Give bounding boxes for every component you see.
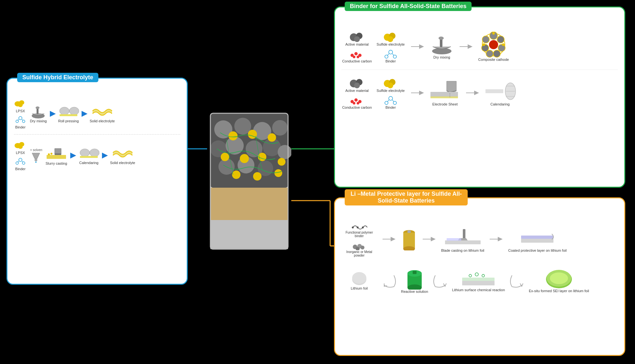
svg-rect-62 [210, 188, 288, 220]
svg-line-13 [18, 119, 19, 120]
calendaring-icon-left [78, 146, 99, 161]
svg-point-122 [357, 226, 359, 228]
svg-point-55 [221, 153, 229, 161]
electrode-sheet-label: Electrode Sheet [432, 102, 458, 106]
panel-divider [14, 134, 180, 135]
svg-point-90 [493, 50, 500, 57]
svg-rect-145 [462, 278, 495, 281]
binder-icon-1 [14, 114, 27, 124]
bottom-right-title: Li –Metal Protective layer for Sulfide A… [345, 189, 468, 205]
slurry-casting-label: Slurry casting [46, 161, 67, 165]
solvent-icon: + solvent [29, 147, 42, 163]
svg-point-138 [352, 272, 366, 284]
roll-pressing-label: Roll pressing [58, 119, 79, 123]
dry-mixing-label-1: Dry mixing [30, 119, 47, 123]
lpsx-icon [14, 98, 27, 108]
svg-point-110 [385, 101, 388, 105]
svg-point-74 [354, 52, 358, 55]
svg-point-18 [60, 107, 69, 115]
lpsx-label: LPSX [16, 109, 25, 113]
sulfide-electrolyte-label-2: Sulfide electrolyte [377, 89, 405, 93]
solid-electrolyte-label-2: Solid electrolyte [110, 161, 135, 165]
inorganic-powder-icon [351, 240, 367, 250]
svg-rect-37 [80, 156, 98, 158]
svg-rect-32 [47, 155, 66, 159]
svg-point-109 [389, 96, 393, 100]
svg-point-95 [492, 32, 495, 35]
coated-layer-label: Coated protective layer on lithium foil [508, 248, 566, 252]
binder-icon-tr1 [383, 49, 399, 59]
lpsx-label-2: LPSX [16, 151, 25, 155]
svg-rect-20 [60, 114, 77, 116]
svg-point-127 [361, 246, 364, 249]
svg-point-52 [228, 131, 238, 140]
active-material-icon-1 [349, 30, 365, 42]
binder-icon-2 [14, 156, 27, 166]
composite-cathode-icon [477, 32, 510, 58]
svg-point-148 [482, 274, 485, 277]
svg-point-10 [19, 116, 22, 120]
binder-arrow-2 [458, 42, 474, 51]
binder-label-tr2: Binder [385, 105, 396, 109]
li-arrow-3 [488, 234, 504, 244]
svg-line-27 [18, 161, 19, 162]
binder-arrow-3 [409, 88, 426, 98]
blade-casting-label: Blade casting on lithium foil [441, 248, 484, 252]
binder-arrow-1 [409, 42, 426, 51]
svg-point-94 [489, 40, 498, 49]
svg-point-17 [36, 106, 39, 109]
svg-point-12 [22, 120, 25, 123]
blade-casting-icon [443, 226, 482, 248]
flow-row-1: LPSX Binder [14, 98, 180, 129]
li-arrow-1 [381, 234, 397, 244]
svg-point-48 [278, 145, 291, 159]
arrow-2: ▶ [82, 109, 87, 118]
svg-point-23 [18, 145, 23, 149]
svg-line-28 [22, 161, 23, 162]
sulfide-electrolyte-icon-1 [383, 30, 399, 42]
svg-point-31 [35, 161, 37, 163]
center-battery [207, 110, 291, 252]
lithium-foil-label: Lithium foil [351, 286, 368, 290]
battery-svg [207, 110, 291, 252]
svg-point-78 [389, 50, 393, 54]
svg-point-9 [18, 103, 23, 107]
svg-point-123 [362, 226, 364, 228]
dry-mixing-icon-1 [29, 105, 47, 119]
svg-point-24 [19, 158, 22, 161]
conductive-carbon-label-2: Conductive carbon [342, 105, 372, 109]
svg-point-121 [352, 226, 354, 228]
svg-rect-136 [521, 236, 553, 239]
svg-point-54 [268, 133, 276, 142]
svg-point-72 [387, 36, 393, 42]
reactive-solution-label: Reactive solution [401, 290, 428, 293]
chemical-reaction-label: Lithium surface chemical reaction [452, 288, 505, 292]
curved-arrow-3 [509, 272, 525, 288]
calendaring-label-left: Calendaring [79, 161, 98, 165]
svg-point-43 [272, 120, 288, 136]
svg-point-107 [353, 102, 355, 105]
conductive-carbon-icon-2 [349, 95, 365, 105]
svg-rect-115 [430, 96, 458, 98]
svg-point-60 [253, 172, 262, 181]
binder-label-1: Binder [15, 125, 26, 129]
svg-rect-64 [210, 220, 288, 249]
svg-line-82 [392, 54, 394, 55]
dry-mixing-label-tr: Dry mixing [433, 55, 450, 59]
left-panel-title: Sulfide Hybrid Electrolyte [17, 73, 98, 82]
svg-point-77 [357, 56, 359, 58]
svg-point-11 [16, 120, 18, 123]
svg-rect-144 [462, 281, 495, 285]
svg-point-19 [69, 107, 79, 115]
svg-point-56 [240, 154, 249, 163]
svg-rect-135 [521, 239, 553, 243]
svg-point-100 [354, 83, 360, 88]
svg-point-35 [80, 149, 90, 157]
svg-point-58 [278, 158, 285, 166]
svg-point-108 [357, 102, 359, 105]
li-arrow-2 [421, 234, 437, 244]
svg-point-79 [385, 55, 388, 58]
conductive-carbon-icon-1 [349, 49, 365, 59]
svg-point-26 [22, 162, 25, 164]
top-right-title: Binder for Sulfide All-Solid-State Batte… [345, 2, 472, 11]
